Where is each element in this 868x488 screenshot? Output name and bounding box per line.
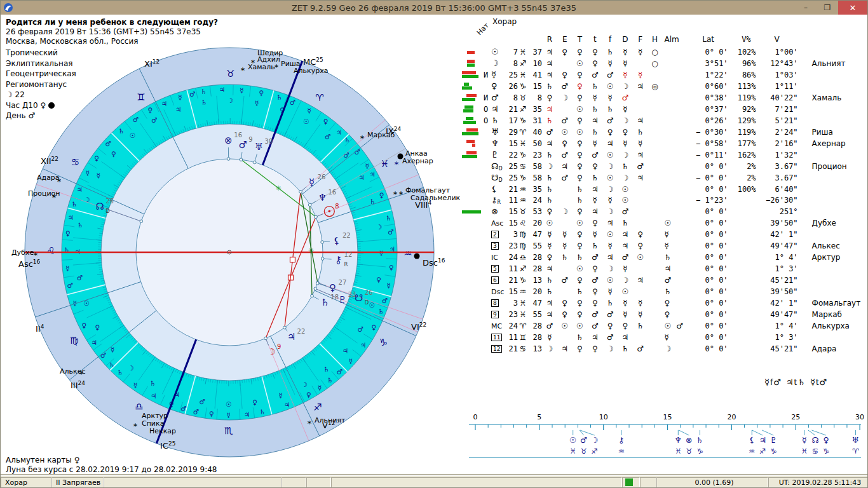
svg-text:♃: ♃ bbox=[161, 100, 167, 107]
table-row[interactable]: 1221♋13☽♃♀♀☽♄♂☽0° 0'45'21"Адара bbox=[462, 343, 865, 355]
dignity-cell: ☿ bbox=[633, 297, 648, 309]
velocity-pct-cell bbox=[728, 252, 756, 264]
almuten-cell bbox=[662, 149, 689, 161]
lat-cell: 0°38' bbox=[689, 92, 728, 104]
column-header: E bbox=[557, 34, 573, 45]
dignity-cell: ♀ bbox=[573, 92, 588, 104]
lat-cell: 3°51' bbox=[689, 58, 728, 69]
dignity-cell: ♄ bbox=[602, 297, 618, 309]
svg-text:♉: ♉ bbox=[686, 447, 692, 456]
restore-button[interactable]: ❐ bbox=[817, 1, 838, 15]
table-header: RETtfDFHAlmLatV%V bbox=[462, 34, 865, 45]
table-row[interactable]: ☉7♓37♃♀♀♀♄☿☿○0° 0'102%1°00' bbox=[462, 46, 865, 58]
planet-cell: 8 bbox=[491, 297, 504, 309]
table-row[interactable]: 23♍47☿☿♀☿☉♃♀☿0° 0'42' 1" bbox=[462, 229, 865, 240]
star-name: Адара bbox=[798, 343, 858, 355]
dignity-cell: ♃ bbox=[542, 263, 557, 274]
dignity-cell: ♂ bbox=[557, 81, 573, 92]
flag-cell: О bbox=[484, 104, 491, 115]
flag-cell bbox=[484, 332, 491, 343]
aspect-item: ☿t♂ bbox=[810, 377, 827, 387]
zodiac-sign-4: ♌ bbox=[46, 245, 55, 257]
dignity-cell: ☽ bbox=[557, 206, 573, 217]
table-row[interactable]: О♃21♐35♃☉♄♄☿0°37'92%7'21" bbox=[462, 104, 865, 115]
dignity-cell: ♀ bbox=[542, 252, 557, 264]
dignity-cell bbox=[633, 92, 648, 104]
table-row[interactable]: О♄17♑31♄♂♀♃♂☽♃0°26'129%5'21" bbox=[462, 115, 865, 126]
dignity-cell bbox=[648, 332, 662, 343]
flag-cell bbox=[484, 58, 491, 69]
table-row[interactable]: 83♓47♃♀♀♀♄☿☿♀0° 0'42' 1"Фомальгаут bbox=[462, 297, 865, 309]
svg-text:22: 22 bbox=[342, 232, 351, 239]
dignity-cell: ♄ bbox=[557, 252, 573, 264]
table-row[interactable]: ⚸21♒35♄♄♃☽☉0° 0'100%6'40" bbox=[462, 184, 865, 195]
dignity-cell: ☿ bbox=[602, 92, 618, 104]
velocity-pct-cell: 100% bbox=[728, 184, 756, 195]
dignity-cell: ♀ bbox=[573, 229, 588, 240]
dignity-cell bbox=[648, 297, 662, 309]
table-row[interactable]: IC24♎28♀♄♄♂♃♂☉♄0° 0'1° 4'Арктур bbox=[462, 252, 865, 263]
svg-text:♂: ♂ bbox=[239, 139, 247, 151]
velocity-cell: 49'47" bbox=[756, 240, 798, 252]
svg-text:♄: ♄ bbox=[117, 369, 123, 376]
table-row[interactable]: Asc15♌20☉☉♀♃♄☉0° 0'39'50"Дубхе bbox=[462, 217, 865, 229]
velocity-cell: 1'32" bbox=[756, 149, 798, 161]
close-button[interactable]: ✕ bbox=[838, 1, 867, 15]
svg-text:27: 27 bbox=[339, 279, 347, 286]
svg-text:☽: ☽ bbox=[227, 97, 233, 104]
table-row[interactable]: ☽8♐10♃☉♀☿☿○3°51'96%12°43'Альният bbox=[462, 58, 865, 69]
table-row[interactable]: 323♍55☿☿♀♄☿♃♀☿0° 0'49'47"Алькес bbox=[462, 240, 865, 252]
status-tab-II Запрягаев[interactable]: II Запрягаев bbox=[51, 477, 104, 487]
ruler-planet: ♀ bbox=[823, 435, 829, 445]
table-row[interactable]: 923♓55♃♀♀♂♂☿☿♀0° 0'49'47"Маркаб bbox=[462, 309, 865, 320]
dignity-bars bbox=[462, 81, 484, 92]
dignity-cell: ♂ bbox=[618, 252, 633, 264]
star-name bbox=[798, 274, 858, 286]
lat-cell: 0° 0' bbox=[689, 309, 728, 320]
svg-text:☿: ☿ bbox=[278, 391, 282, 399]
table-row[interactable]: 1111♊28☿♄♃♂♃☿0° 0'1° 3' bbox=[462, 332, 865, 343]
dignity-cell: ☽ bbox=[602, 184, 618, 195]
planet-cell: Asc bbox=[491, 217, 504, 229]
table-row[interactable]: ⚷R11♒24♄♄☿☿☉− 1°23'−26'30" bbox=[462, 194, 865, 206]
dignity-cell: ☿ bbox=[587, 229, 602, 240]
dignity-cell: ♀ bbox=[557, 69, 573, 81]
dignity-cell: ♃ bbox=[618, 332, 633, 343]
table-row[interactable]: И☿25♓41♃♀♀♂♂☿☿1°22'86%1°03' bbox=[462, 69, 865, 81]
dignity-cell bbox=[648, 92, 662, 104]
table-row[interactable]: 621♑13♄♂♀♂☉☽♃♂0° 0'45'21" bbox=[462, 274, 865, 286]
svg-text:26: 26 bbox=[365, 289, 373, 296]
horary-chart-wheel[interactable]: ♃♀☿♂♄♀☿♃♄♂☿♃♀♂♄♂♀☿♃♄♃♀♄☿♂☿♀♃♂♄♄☿♃♀♂♂♀☿♃♄… bbox=[1, 1, 462, 475]
dignity-cell: ☿ bbox=[587, 92, 602, 104]
planet-cell: IC bbox=[491, 252, 504, 264]
table-row[interactable]: ♀26♑15♄♂♀♄☉☽♃◎0°60'113%1°11' bbox=[462, 81, 865, 92]
table-row[interactable]: ♇22♑23♄♂♀♂☉☽♃− 0°11'162%1'32" bbox=[462, 149, 865, 161]
velocity-pct-cell bbox=[728, 217, 756, 229]
svg-text:♄: ♄ bbox=[150, 379, 156, 387]
table-row[interactable]: ⊗15♉53♀☽♀♃☽♂0° 0'251° bbox=[462, 206, 865, 217]
svg-text:♃: ♃ bbox=[91, 339, 97, 346]
velocity-pct-cell bbox=[728, 343, 756, 355]
table-row[interactable]: MC24♈28♂☉☉♂♀♀♄☉ ♂0° 0'1° 4'Алькурха bbox=[462, 320, 865, 332]
table-row[interactable]: ☋D25♑58♄♂♀♄☉☽♃− 0° 0'2%3.67" bbox=[462, 172, 865, 184]
zodiac-sign-6: ♎ bbox=[135, 401, 143, 412]
dignity-cell: ♃ bbox=[557, 343, 573, 355]
minimize-button[interactable]: – bbox=[795, 1, 817, 15]
table-row[interactable]: И♂8♉8♀☽♀☿☿♂0°38'119%40'22"Хамаль bbox=[462, 92, 865, 104]
velocity-pct-cell: 177% bbox=[728, 138, 756, 149]
dignity-cell: ♃ bbox=[587, 332, 602, 343]
table-row[interactable]: ♆15♓50♃♀♀☿♃☿☿− 0°58'177%2'16"Ахернар bbox=[462, 138, 865, 149]
dignity-cell bbox=[557, 184, 573, 195]
table-row[interactable]: Dsc15♒20♄♄♀☿☉♄0° 0'39'50" bbox=[462, 286, 865, 297]
star-name: Альният bbox=[798, 58, 858, 69]
table-row[interactable]: ☊D25♋58☽♃♀♀☽♄♂0° 0'2%3.67"Процион bbox=[462, 161, 865, 172]
velocity-pct-cell bbox=[728, 240, 756, 252]
house-label-VI: VI22 bbox=[411, 322, 426, 332]
table-row[interactable]: 511♐28♃☉♀☽☿♃0° 0'1° 3' bbox=[462, 263, 865, 274]
star-name bbox=[798, 115, 858, 126]
velocity-cell: 45'21" bbox=[756, 274, 798, 286]
velocity-cell: 49'47" bbox=[756, 309, 798, 320]
table-row[interactable]: ♅29♈40♂☉☉♄♀♀♄− 0°30'119%2'24"Риша bbox=[462, 126, 865, 138]
svg-text:5: 5 bbox=[537, 413, 541, 421]
status-tab-Хорар[interactable]: Хорар bbox=[1, 477, 51, 487]
